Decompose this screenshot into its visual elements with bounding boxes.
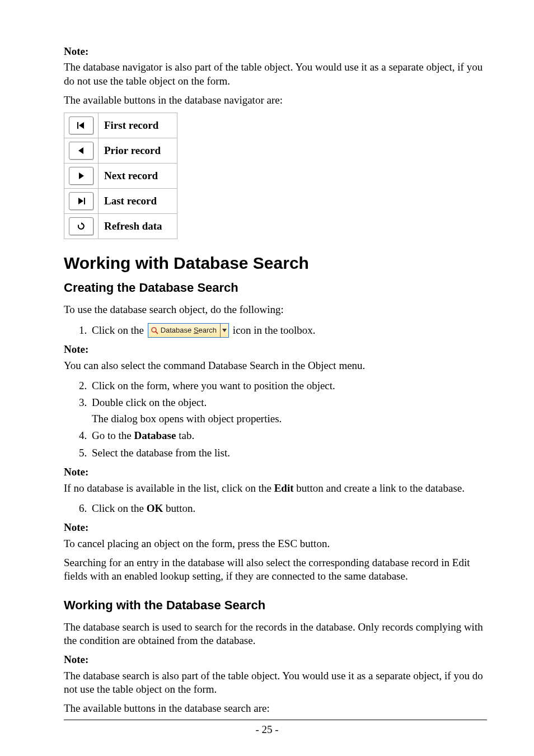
note-label-3: Note: xyxy=(64,466,88,478)
page-number: - 25 - xyxy=(0,724,534,736)
footer-rule xyxy=(64,720,487,720)
step-3: Double click on the object. The dialog b… xyxy=(90,395,487,427)
svg-marker-3 xyxy=(79,172,84,179)
note-body-5: The database search is also part of the … xyxy=(64,669,487,697)
note-label-5: Note: xyxy=(64,654,88,665)
prior-record-icon xyxy=(78,147,85,154)
search-buttons-intro: The available buttons in the database se… xyxy=(64,702,487,715)
chevron-down-icon xyxy=(222,329,227,332)
step-2: Click on the form, where you want to pos… xyxy=(90,378,487,394)
first-record-button[interactable] xyxy=(69,116,93,134)
svg-point-7 xyxy=(152,328,156,332)
step-5: Select the database from the list. xyxy=(90,445,487,461)
step-1-post: icon in the toolbox. xyxy=(233,324,316,336)
table-row: Last record xyxy=(64,189,177,214)
svg-line-8 xyxy=(156,332,158,334)
magnifier-icon xyxy=(151,326,158,334)
step-1: Click on the Database Search icon in the… xyxy=(90,323,487,339)
prior-record-label: Prior record xyxy=(99,138,177,164)
heading-working-with-the-database-search: Working with the Database Search xyxy=(64,598,487,613)
step-6: Click on the OK button. xyxy=(90,501,487,517)
prior-record-button[interactable] xyxy=(69,142,93,160)
table-row: Refresh data xyxy=(64,214,177,239)
heading-working-with-database-search: Working with Database Search xyxy=(64,254,487,273)
first-record-label: First record xyxy=(99,113,177,138)
refresh-icon xyxy=(77,222,85,230)
navigator-intro: The available buttons in the database na… xyxy=(64,94,487,107)
step-3-sub: The dialog box opens with object propert… xyxy=(92,411,487,427)
note-label-1: Note: xyxy=(64,45,88,57)
last-record-label: Last record xyxy=(99,189,177,214)
svg-rect-5 xyxy=(84,198,85,204)
note-body-4: To cancel placing an object on the form,… xyxy=(64,537,487,550)
note-body-2: You can also select the command Database… xyxy=(64,359,487,372)
search-paragraph: Searching for an entry in the database w… xyxy=(64,556,487,584)
first-record-icon xyxy=(77,122,85,129)
last-record-icon xyxy=(77,198,85,204)
svg-marker-1 xyxy=(79,122,84,129)
last-record-button[interactable] xyxy=(69,192,93,210)
svg-marker-9 xyxy=(222,329,227,332)
refresh-data-button[interactable] xyxy=(69,217,93,235)
table-row: First record xyxy=(64,113,177,138)
svg-marker-4 xyxy=(78,198,83,204)
heading-creating-the-database-search: Creating the Database Search xyxy=(64,281,487,295)
database-search-toolbar-button[interactable]: Database Search xyxy=(148,323,229,338)
note-body-1: The database navigator is also part of t… xyxy=(64,60,487,88)
table-row: Prior record xyxy=(64,138,177,164)
svg-rect-0 xyxy=(77,122,78,129)
next-record-button[interactable] xyxy=(69,167,93,185)
next-record-label: Next record xyxy=(99,164,177,189)
refresh-data-label: Refresh data xyxy=(99,214,177,239)
note-label-2: Note: xyxy=(64,343,88,355)
note-label-4: Note: xyxy=(64,521,88,533)
table-row: Next record xyxy=(64,164,177,189)
next-record-icon xyxy=(78,172,85,179)
working-intro: The database search is used to search fo… xyxy=(64,620,487,648)
creating-intro: To use the database search object, do th… xyxy=(64,303,487,316)
navigator-buttons-table: First record Prior record Next record xyxy=(64,113,177,239)
database-search-dropdown[interactable] xyxy=(220,324,228,337)
database-search-chip-label: Database Search xyxy=(161,325,217,336)
note-body-3: If no database is available in the list,… xyxy=(64,482,487,495)
step-4: Go to the Database tab. xyxy=(90,428,487,444)
svg-marker-2 xyxy=(78,147,83,154)
step-1-pre: Click on the xyxy=(92,324,147,336)
